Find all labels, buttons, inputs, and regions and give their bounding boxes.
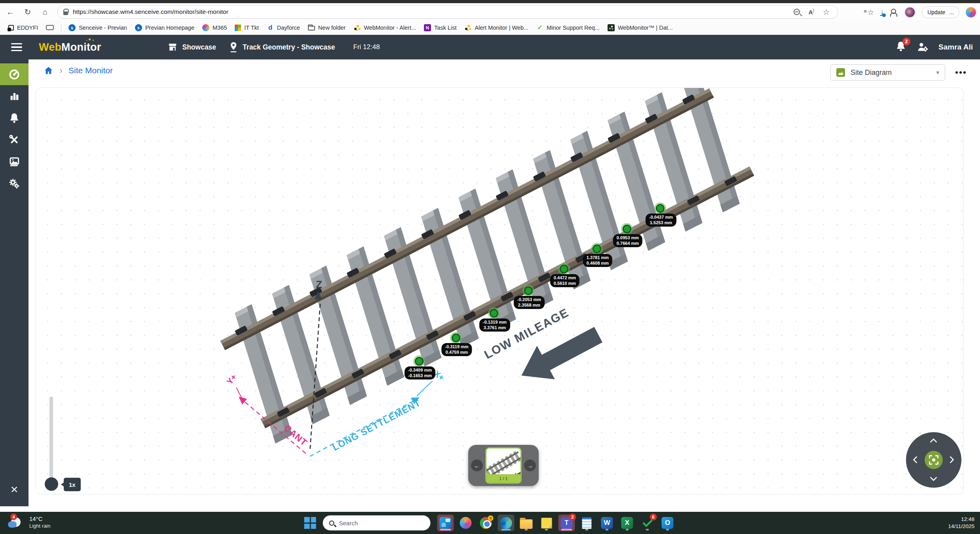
bookmark-new-folder[interactable]: New folder	[304, 23, 349, 32]
taskbar-app-teams[interactable]: T2	[558, 515, 575, 531]
sensor-reading-6: -0.1319 mm3.3761 mm	[479, 318, 510, 332]
menu-hamburger-icon[interactable]	[11, 43, 22, 51]
logo-dots	[89, 38, 91, 40]
home-button[interactable]: ⌂	[38, 5, 52, 19]
tools-icon	[8, 134, 20, 146]
carousel-prev-button[interactable]: ←	[471, 460, 483, 471]
taskbar-search[interactable]: Search	[323, 515, 431, 530]
sensor-value-2: -0.1653 mm	[408, 373, 432, 379]
taskbar-app-excel[interactable]: X	[619, 515, 636, 531]
pan-right-button[interactable]	[947, 456, 954, 463]
header-datetime: Fri 12:48	[353, 43, 380, 51]
sensor-value-2: 0.4759 mm	[445, 350, 468, 355]
sidebar-item-alerts[interactable]	[0, 107, 28, 129]
app-badge: 2	[569, 513, 576, 521]
ms-favicon	[235, 25, 241, 31]
favorites-list-icon[interactable]: ☆	[867, 8, 874, 17]
taskbar-app-notepad[interactable]	[579, 515, 595, 531]
update-button[interactable]: Update ...	[922, 6, 959, 18]
app-header: WebMonitor Showcase Track Geometry - Sho…	[0, 35, 980, 59]
browser-essentials-icon[interactable]	[890, 9, 898, 16]
weather-condition: Light rain	[29, 523, 50, 529]
bookmark-dayforce[interactable]: dDayforce	[263, 23, 304, 33]
bookmark-senceive-previan[interactable]: sSenceive - Previan	[65, 23, 131, 33]
address-bar[interactable]: https://showcase.wm4.senceive.com/monito…	[57, 5, 838, 19]
storefront-icon	[167, 42, 178, 52]
location-selector[interactable]: Track Geometry - Showcase	[229, 42, 335, 53]
breadcrumb-home-icon[interactable]	[44, 66, 53, 75]
sensor-node-5[interactable]	[524, 286, 533, 295]
taskbar-app-chrome[interactable]: S	[478, 515, 494, 531]
bookmark-previan-homepage[interactable]: sPrevian Homepage	[131, 23, 198, 33]
bookmark-minor-support-req[interactable]: ✓Minor Support Req...	[533, 23, 603, 33]
bell-icon	[8, 112, 20, 124]
favorite-star-icon[interactable]: ☆	[823, 8, 830, 17]
taskbar-app-edge[interactable]	[498, 515, 515, 531]
webmonitor-logo[interactable]: WebMonitor	[39, 41, 101, 53]
zoom-slider-knob[interactable]	[45, 477, 58, 491]
sidebar-item-site-monitor[interactable]	[0, 63, 28, 85]
sensor-node-6[interactable]	[490, 309, 498, 318]
profile-avatar[interactable]	[904, 7, 915, 18]
sidebar-item-settings[interactable]	[0, 172, 28, 194]
taskbar-app-sticky-notes[interactable]	[538, 515, 555, 531]
sensor-node-8[interactable]	[415, 357, 424, 366]
zoom-out-icon[interactable]	[794, 9, 800, 15]
more-options-button[interactable]	[955, 71, 966, 74]
notifications-button[interactable]: 2	[895, 40, 907, 54]
sensor-node-7[interactable]	[452, 334, 460, 342]
user-name: Samra Ali	[938, 43, 973, 51]
view-selector-dropdown[interactable]: Site Diagram ▾	[830, 64, 945, 81]
search-placeholder: Search	[339, 520, 358, 526]
edge-icon	[500, 517, 512, 529]
breadcrumb-chevron: ›	[59, 66, 63, 75]
sensor-node-3[interactable]	[593, 244, 601, 253]
copilot-icon[interactable]	[966, 7, 976, 17]
back-button[interactable]: ←	[3, 5, 17, 19]
sidebar-close-button[interactable]: ×	[11, 483, 18, 495]
carousel-thumbnail[interactable]: 1 / 1	[485, 447, 522, 484]
bookmark-task-list[interactable]: NTask List	[420, 23, 460, 33]
windows-start-button[interactable]	[304, 517, 316, 529]
bookmark-it-tkt[interactable]: IT Tkt	[231, 23, 262, 32]
sidebar-item-charts[interactable]	[0, 85, 28, 107]
taskbar-app-outlook[interactable]: O	[659, 515, 676, 531]
bookmark-eddyfi[interactable]: EDDYFI	[5, 23, 42, 32]
downloads-icon[interactable]: ↓	[880, 9, 884, 16]
weather-widget[interactable]: 4 14°C Light rain	[7, 514, 50, 530]
sidebar-item-tools[interactable]	[0, 129, 28, 151]
pan-left-button[interactable]	[913, 456, 920, 463]
carousel-next-button[interactable]: →	[524, 460, 536, 471]
bookmark-webmonitor-alert[interactable]: WebMonitor - Alert...	[350, 23, 420, 33]
breadcrumb-page[interactable]: Site Monitor	[68, 66, 113, 75]
bookmark-m365[interactable]: M365	[199, 23, 230, 33]
sensor-node-1[interactable]	[656, 204, 665, 213]
user-settings-icon[interactable]	[916, 41, 929, 53]
zoom-slider-track[interactable]	[49, 397, 53, 481]
logo-web-text: Web	[39, 41, 61, 53]
taskbar-app-word[interactable]: W	[599, 515, 615, 531]
site-diagram-canvas[interactable]: Z Y+ CANT X+ LONG SETTLEMENT LOW MILEAGE…	[36, 88, 964, 494]
pan-up-button[interactable]	[930, 438, 937, 445]
taskbar-app-outlook-new[interactable]	[437, 515, 454, 531]
sensor-node-2[interactable]	[623, 225, 631, 233]
site-selector[interactable]: Showcase	[167, 42, 216, 52]
pan-down-button[interactable]	[930, 474, 937, 481]
bookmark-card[interactable]	[42, 23, 57, 32]
sensor-value-2: 2.3568 mm	[517, 303, 541, 308]
file-explorer-icon	[520, 519, 533, 529]
taskbar-app-explorer[interactable]	[518, 515, 535, 531]
recenter-button[interactable]	[925, 451, 943, 469]
taskbar-app-tasks[interactable]: 6	[639, 515, 656, 531]
taskbar-app-copilot[interactable]	[458, 515, 474, 531]
read-aloud-icon[interactable]: A)	[809, 8, 814, 15]
bookmark-webmonitor-dat[interactable]: WebMonitor™ | Dat...	[604, 23, 676, 33]
sidebar-item-images[interactable]	[0, 151, 28, 172]
bookmark-label: Senceive - Previan	[79, 25, 127, 31]
bookmark-alert-monitor-web[interactable]: Alert Monitor | Web...	[461, 23, 532, 33]
sensor-value-1: -0.3409 mm	[408, 368, 432, 373]
sensor-node-4[interactable]	[560, 265, 568, 273]
taskbar-clock[interactable]: 12:48 14/11/2025	[948, 516, 974, 530]
refresh-button[interactable]: ↻	[21, 5, 35, 19]
pan-control-pad	[906, 432, 961, 488]
